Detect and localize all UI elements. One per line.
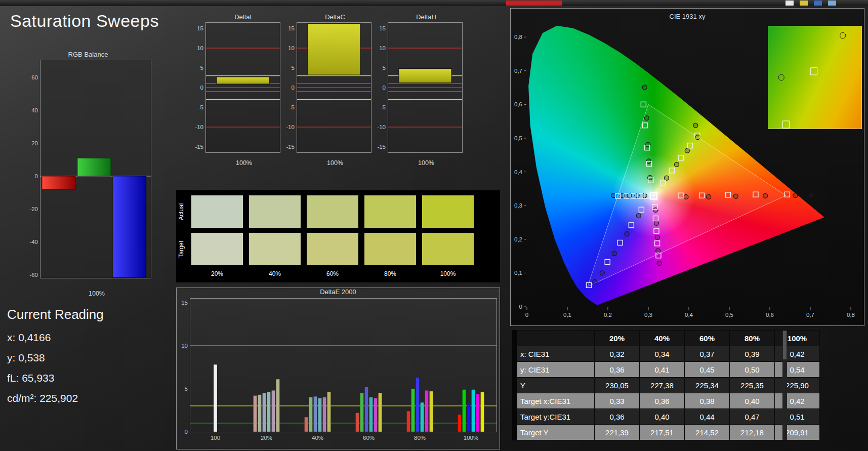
svg-text:5: 5 xyxy=(383,65,386,71)
deltae2000-panel: DeltaE 2000 15105010020%40%60%80%100% xyxy=(176,288,500,449)
table-value: 217,51 xyxy=(640,425,685,440)
svg-text:0,2: 0,2 xyxy=(604,312,612,318)
svg-text:-10: -10 xyxy=(377,124,386,130)
deltae-bar xyxy=(425,390,429,432)
cie-title: CIE 1931 xy xyxy=(511,13,864,20)
svg-text:10: 10 xyxy=(379,45,386,51)
deltae-bar xyxy=(365,387,368,432)
table-row: Target y:CIE310,360,400,440,470,51 xyxy=(515,409,820,425)
svg-text:20: 20 xyxy=(31,140,38,146)
reading-x: x: 0,4166 xyxy=(7,327,104,348)
measured-point xyxy=(657,261,662,266)
svg-text:20%: 20% xyxy=(261,435,272,441)
table-scrollbar[interactable] xyxy=(782,330,787,440)
deltae-bar xyxy=(467,404,471,432)
svg-text:0: 0 xyxy=(185,429,188,435)
record-indicator-icon[interactable] xyxy=(506,1,562,6)
swatch-col-label: 80% xyxy=(364,270,416,277)
swatch-col-label: 100% xyxy=(422,270,474,277)
table-value: 0,33 xyxy=(595,393,640,409)
svg-text:0,3: 0,3 xyxy=(644,312,652,318)
white-swatch-icon[interactable] xyxy=(786,1,794,6)
target-swatch-60% xyxy=(307,233,358,265)
table-value: 221,39 xyxy=(595,425,640,440)
svg-text:0,5: 0,5 xyxy=(514,135,522,141)
table-row: y: CIE310,360,410,450,500,54 xyxy=(515,362,820,378)
row-label: Target x:CIE31 xyxy=(515,393,595,409)
table-corner-cell xyxy=(515,331,595,346)
svg-text:0: 0 xyxy=(35,173,38,179)
delta-chart-plot: 151050-5-10-15 xyxy=(191,21,282,157)
table-col-header: 100% xyxy=(775,331,820,346)
table-row: x: CIE310,320,340,370,390,42 xyxy=(515,346,820,362)
blue-swatch-icon[interactable] xyxy=(814,1,822,6)
row-label: Target Y xyxy=(515,425,595,440)
table-value: 227,38 xyxy=(640,378,685,393)
table-value: 212,18 xyxy=(730,425,775,440)
table-row: Target Y221,39217,51214,52212,18209,91 xyxy=(515,425,820,440)
table-col-header: 40% xyxy=(640,331,685,346)
deltae-bar xyxy=(374,398,378,432)
deltae-bar xyxy=(407,411,410,432)
svg-text:5: 5 xyxy=(200,65,203,71)
table-value: 0,50 xyxy=(730,362,775,378)
measured-point xyxy=(707,194,711,199)
reading-y: y: 0,538 xyxy=(7,348,104,368)
deltae-bar xyxy=(379,393,382,432)
inset-measured-point xyxy=(840,32,846,38)
rgb-balance-panel: RGB Balance 6040200-20-40-60 100% xyxy=(23,51,153,298)
measured-point xyxy=(644,116,649,120)
svg-text:60%: 60% xyxy=(363,435,375,441)
table-value: 225,34 xyxy=(685,378,730,393)
row-label: x: CIE31 xyxy=(515,346,595,362)
yellow-swatch-icon[interactable] xyxy=(800,1,808,6)
results-table: 20%40%60%80%100%x: CIE310,320,340,370,39… xyxy=(512,330,820,440)
svg-text:15: 15 xyxy=(288,25,295,31)
svg-text:0,1: 0,1 xyxy=(563,312,571,318)
measured-point xyxy=(642,85,647,90)
measured-point xyxy=(612,251,616,256)
target-point xyxy=(641,102,646,107)
actual-swatch-20% xyxy=(191,195,243,228)
deltae-bar xyxy=(305,417,308,432)
delta-chart-xlabel: 100% xyxy=(191,159,282,167)
deltae-bar xyxy=(481,392,484,432)
current-reading-lines: x: 0,4166y: 0,538fL: 65,933cd/m²: 225,90… xyxy=(7,327,104,408)
target-swatch-40% xyxy=(249,233,301,265)
table-value: 0,40 xyxy=(730,393,775,409)
table-value: 0,36 xyxy=(595,409,640,425)
table-header-row: 20%40%60%80%100% xyxy=(515,331,820,346)
measured-point xyxy=(733,194,738,198)
delta-chart-plot: 151050-5-10-15 xyxy=(282,21,374,157)
cie-inset-zoom xyxy=(768,26,862,129)
deltae2000-title: DeltaE 2000 xyxy=(177,288,500,296)
swatch-row-label: Actual xyxy=(177,195,185,228)
table-value: 0,42 xyxy=(775,393,820,409)
svg-text:80%: 80% xyxy=(414,435,426,441)
target-swatch-80% xyxy=(364,233,416,265)
measured-point xyxy=(600,271,604,275)
svg-text:0,5: 0,5 xyxy=(725,312,733,318)
delta-chart-title: DeltaC xyxy=(282,13,374,21)
blue-bar xyxy=(113,176,146,277)
deltae-bar xyxy=(272,390,275,432)
table-col-header: 80% xyxy=(730,331,775,346)
svg-text:0,7: 0,7 xyxy=(514,68,522,74)
delta-chart-deltal: DeltaL151050-5-10-15100% xyxy=(191,13,282,167)
measured-point xyxy=(636,214,641,218)
scrollbar-thumb[interactable] xyxy=(783,331,787,359)
svg-text:40: 40 xyxy=(31,107,38,113)
table-value: 0,39 xyxy=(730,346,775,362)
svg-text:-15: -15 xyxy=(286,144,295,150)
table-value: 0,44 xyxy=(685,409,730,425)
lightblue-swatch-icon[interactable] xyxy=(828,1,836,6)
svg-text:-40: -40 xyxy=(29,239,38,245)
svg-text:0,3: 0,3 xyxy=(514,202,522,209)
svg-text:0,1: 0,1 xyxy=(514,270,522,276)
svg-text:15: 15 xyxy=(379,25,386,31)
measured-point xyxy=(763,193,768,198)
svg-text:0: 0 xyxy=(519,304,522,310)
svg-text:0,7: 0,7 xyxy=(806,312,814,318)
table-value: 0,36 xyxy=(595,362,640,378)
rgb-balance-title: RGB Balance xyxy=(23,51,153,59)
